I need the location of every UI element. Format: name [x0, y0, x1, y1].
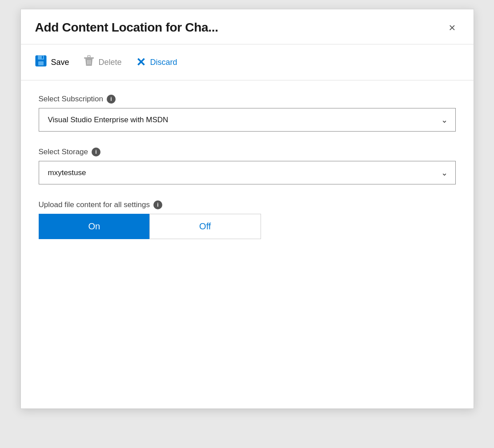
- toolbar: Save Delete ✕ Discard: [21, 44, 474, 80]
- storage-select-wrapper: mxytestuse ⌄: [39, 161, 456, 184]
- subscription-info-icon[interactable]: i: [107, 95, 116, 104]
- upload-info-icon[interactable]: i: [153, 200, 162, 209]
- toggle-off-button[interactable]: Off: [149, 214, 261, 239]
- toggle-on-button[interactable]: On: [39, 214, 150, 239]
- subscription-group: Select Subscription i Visual Studio Ente…: [39, 95, 456, 132]
- storage-info-icon[interactable]: i: [92, 148, 100, 156]
- subscription-select[interactable]: Visual Studio Enterprise with MSDN: [39, 108, 456, 132]
- storage-label-row: Select Storage i: [39, 148, 456, 156]
- delete-label: Delete: [99, 58, 122, 67]
- dialog-title: Add Content Location for Cha...: [35, 20, 218, 35]
- svg-rect-5: [88, 56, 90, 57]
- subscription-select-wrapper: Visual Studio Enterprise with MSDN ⌄: [39, 108, 456, 132]
- svg-rect-2: [38, 61, 44, 65]
- svg-rect-3: [42, 56, 43, 59]
- upload-toggle-group: On Off: [39, 214, 261, 239]
- dialog-header: Add Content Location for Cha... ×: [21, 9, 474, 44]
- discard-label: Discard: [150, 58, 177, 67]
- close-button[interactable]: ×: [445, 20, 459, 35]
- save-button[interactable]: Save: [35, 53, 69, 71]
- save-label: Save: [51, 58, 69, 67]
- dialog: Add Content Location for Cha... × Save: [20, 9, 474, 409]
- storage-select[interactable]: mxytestuse: [39, 161, 456, 184]
- trash-icon: [84, 55, 94, 69]
- storage-label: Select Storage: [39, 148, 88, 156]
- discard-icon: ✕: [136, 56, 146, 69]
- upload-label-row: Upload file content for all settings i: [39, 200, 456, 209]
- form-body: Select Subscription i Visual Studio Ente…: [21, 80, 474, 269]
- subscription-label: Select Subscription: [39, 95, 104, 104]
- delete-button[interactable]: Delete: [84, 53, 122, 71]
- storage-group: Select Storage i mxytestuse ⌄: [39, 148, 456, 184]
- discard-button[interactable]: ✕ Discard: [136, 54, 177, 71]
- upload-group: Upload file content for all settings i O…: [39, 200, 456, 239]
- save-icon: [35, 55, 47, 69]
- subscription-label-row: Select Subscription i: [39, 95, 456, 104]
- upload-label: Upload file content for all settings: [39, 200, 150, 209]
